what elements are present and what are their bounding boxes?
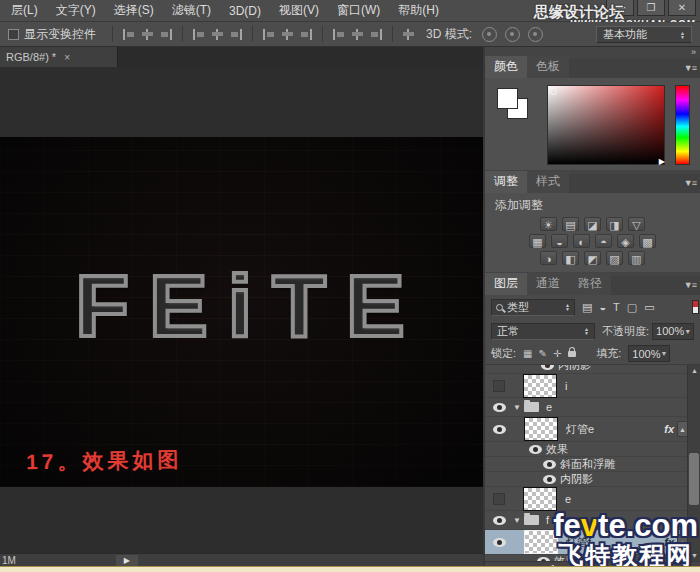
visibility-eye-icon[interactable] (543, 475, 556, 484)
visibility-eye-icon[interactable] (493, 403, 506, 412)
layer-row[interactable]: i (485, 374, 700, 398)
collapse-panels-icon[interactable]: » (691, 47, 696, 57)
lock-paint-icon[interactable]: ✎ (539, 348, 547, 359)
align-top-icon[interactable] (122, 29, 135, 40)
scrollbar-thumb[interactable] (689, 453, 699, 505)
visibility-eye-icon[interactable] (543, 460, 556, 469)
menu-filter[interactable]: 滤镜(T) (163, 0, 220, 22)
tab-channels[interactable]: 通道 (527, 273, 569, 295)
tab-adjustments[interactable]: 调整 (485, 171, 527, 193)
hue-saturation-icon[interactable]: ▦ (529, 234, 546, 248)
filter-type-layers-icon[interactable]: T (613, 301, 620, 313)
menu-window[interactable]: 窗口(W) (328, 0, 389, 22)
canvas[interactable]: FEiTE 17。效果如图 (0, 137, 483, 487)
layer-thumbnail[interactable] (524, 417, 558, 441)
distribute-hcenter-icon[interactable] (351, 29, 364, 40)
align-bottom-icon[interactable] (160, 29, 173, 40)
menu-layer[interactable]: 层(L) (2, 0, 47, 22)
lock-transparent-icon[interactable]: ▦ (523, 348, 532, 359)
black-white-icon[interactable]: ◐ (573, 234, 590, 248)
close-button[interactable]: ✕ (668, 0, 696, 16)
menu-type[interactable]: 文字(Y) (47, 0, 105, 22)
fill-field[interactable]: 100% ▼ (628, 345, 670, 362)
group-row[interactable]: ▼ e (485, 398, 700, 417)
invert-icon[interactable]: ◑ (540, 251, 557, 265)
exposure-icon[interactable]: ◨ (606, 217, 623, 231)
panel-menu-icon[interactable]: ▼≡ (684, 280, 696, 290)
color-balance-icon[interactable]: ◒ (551, 234, 568, 248)
rotate-3d-icon[interactable] (482, 27, 497, 42)
fx-badge[interactable]: fx (664, 423, 674, 435)
align-hcenter-icon[interactable] (211, 29, 224, 40)
menu-select[interactable]: 选择(S) (105, 0, 163, 22)
color-lookup-icon[interactable]: ▩ (639, 234, 656, 248)
layer-row[interactable]: 灯管e fx ▲ (485, 417, 700, 442)
channel-mixer-icon[interactable]: ◈ (617, 234, 634, 248)
color-picker-marker[interactable] (550, 88, 557, 95)
vibrance-icon[interactable]: ▽ (628, 217, 645, 231)
distribute-bottom-icon[interactable] (300, 29, 313, 40)
visibility-eye-icon[interactable] (537, 557, 550, 562)
restore-button[interactable]: ❐ (637, 0, 665, 16)
visibility-toggle-empty[interactable] (493, 380, 505, 392)
distribute-vcenter-icon[interactable] (281, 29, 294, 40)
distribute-top-icon[interactable] (262, 29, 275, 40)
drag-3d-icon[interactable] (528, 27, 543, 42)
tab-paths[interactable]: 路径 (569, 273, 611, 295)
photo-filter-icon[interactable]: ◓ (595, 234, 612, 248)
foreground-color-swatch[interactable] (497, 88, 518, 109)
panel-menu-icon[interactable]: ▼≡ (684, 178, 696, 188)
menu-3d[interactable]: 3D(D) (220, 1, 270, 21)
status-menu-arrow[interactable]: ▶ (116, 555, 138, 567)
menu-view[interactable]: 视图(V) (270, 0, 328, 22)
hue-slider[interactable] (675, 85, 690, 165)
layer-effect-row[interactable]: 斜面和浮雕 (485, 457, 700, 472)
panel-menu-icon[interactable]: ▼≡ (684, 63, 696, 73)
distribute-left-icon[interactable] (332, 29, 345, 40)
curves-icon[interactable]: ◪ (584, 217, 601, 231)
layer-effect-row[interactable]: 内阴影 (485, 365, 700, 374)
visibility-eye-icon[interactable] (493, 425, 506, 434)
filter-on-off-toggle[interactable] (692, 300, 699, 314)
tab-layers[interactable]: 图层 (485, 273, 527, 295)
tab-styles[interactable]: 样式 (527, 171, 569, 193)
visibility-eye-icon[interactable] (493, 516, 506, 525)
expand-triangle-icon[interactable]: ▼ (513, 403, 521, 412)
menu-help[interactable]: 帮助(H) (389, 0, 448, 22)
gradient-map-icon[interactable]: ▥ (628, 251, 645, 265)
visibility-eye-icon[interactable] (541, 365, 554, 370)
visibility-toggle-empty[interactable] (493, 493, 505, 505)
tab-swatches[interactable]: 色板 (527, 56, 569, 78)
layer-thumbnail[interactable] (523, 374, 557, 398)
distribute-right-icon[interactable] (370, 29, 383, 40)
filter-adjustment-layers-icon[interactable]: ◒ (599, 301, 606, 313)
expand-triangle-icon[interactable]: ▼ (513, 516, 521, 525)
blend-mode-dropdown[interactable]: 正常 ▲▼ (491, 323, 595, 340)
scroll-up-icon[interactable]: ▲ (688, 365, 700, 376)
threshold-icon[interactable]: ◩ (584, 251, 601, 265)
effects-header-row[interactable]: 效果 (485, 442, 700, 457)
brightness-contrast-icon[interactable]: ☀ (540, 217, 557, 231)
tab-close-icon[interactable]: × (64, 52, 70, 63)
filter-shape-layers-icon[interactable]: ▢ (627, 301, 637, 314)
layer-thumbnail[interactable] (523, 487, 557, 511)
auto-align-icon[interactable] (402, 29, 415, 40)
posterize-icon[interactable]: ◧ (562, 251, 579, 265)
layer-effect-row[interactable]: 内阴影 (485, 472, 700, 487)
lock-all-icon[interactable] (568, 351, 576, 357)
selective-color-icon[interactable]: ▨ (606, 251, 623, 265)
align-vcenter-icon[interactable] (141, 29, 154, 40)
tab-color[interactable]: 颜色 (485, 56, 527, 78)
align-right-icon[interactable] (230, 29, 243, 40)
opacity-field[interactable]: 100% ▼ (652, 323, 694, 340)
align-left-icon[interactable] (192, 29, 205, 40)
roll-3d-icon[interactable] (505, 27, 520, 42)
show-transform-checkbox[interactable] (8, 29, 19, 40)
document-tab[interactable]: RGB/8#) * × (0, 47, 118, 67)
saturation-picker[interactable]: ▶ (547, 85, 665, 165)
lock-position-icon[interactable]: ✛ (553, 348, 561, 359)
filter-pixel-layers-icon[interactable]: ▤ (582, 301, 592, 314)
workspace-switcher[interactable]: 基本功能 ▲▼ (596, 26, 692, 43)
visibility-eye-icon[interactable] (493, 538, 506, 547)
filter-kind-dropdown[interactable]: 类型 ▲▼ (491, 299, 575, 316)
